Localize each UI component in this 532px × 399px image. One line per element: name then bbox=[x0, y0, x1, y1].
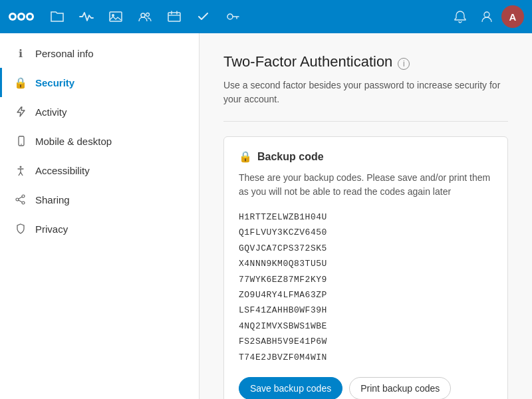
sidebar-item-label: Mobile & desktop bbox=[35, 136, 112, 147]
notifications-icon[interactable] bbox=[448, 5, 472, 29]
sidebar: ℹ Personal info 🔒 Security Activity Mobi… bbox=[0, 33, 200, 399]
lightning-icon bbox=[14, 105, 27, 118]
sidebar-item-privacy[interactable]: Privacy bbox=[0, 214, 199, 243]
files-icon[interactable] bbox=[45, 5, 69, 29]
svg-point-9 bbox=[146, 13, 150, 17]
sidebar-item-accessibility[interactable]: Accessibility bbox=[0, 156, 199, 185]
sidebar-item-label: Sharing bbox=[35, 194, 70, 205]
accessibility-icon bbox=[14, 164, 27, 177]
backup-codes-list: H1RTTZELWZB1H04U Q1FLVUY3KCZV6450 GQVJCA… bbox=[239, 209, 493, 365]
user-icon[interactable] bbox=[475, 5, 499, 29]
layout: ℹ Personal info 🔒 Security Activity Mobi… bbox=[0, 33, 532, 399]
backup-code-8: 4NQ2IMVXSBWS1WBE bbox=[239, 319, 493, 334]
backup-code-header: 🔒 Backup code bbox=[239, 150, 493, 163]
sidebar-item-label: Accessibility bbox=[35, 165, 90, 176]
backup-code-section: 🔒 Backup code These are your backup code… bbox=[223, 136, 508, 399]
lock-backup-icon: 🔒 bbox=[239, 150, 252, 163]
svg-point-17 bbox=[22, 201, 25, 204]
backup-code-title: Backup code bbox=[257, 151, 324, 163]
tfa-title: Two-Factor Authentication bbox=[223, 53, 392, 70]
backup-code-3: GQVJCA7CPS372SK5 bbox=[239, 241, 493, 256]
sidebar-item-activity[interactable]: Activity bbox=[0, 97, 199, 126]
sidebar-item-label: Personal info bbox=[35, 48, 94, 59]
svg-point-4 bbox=[19, 15, 23, 19]
tfa-header: Two-Factor Authentication i bbox=[223, 53, 508, 74]
backup-code-4: X4NNN9KM0Q83TU5U bbox=[239, 256, 493, 271]
svg-rect-10 bbox=[168, 13, 180, 21]
share-icon bbox=[14, 193, 27, 206]
logo[interactable] bbox=[8, 8, 35, 25]
topbar-right: A bbox=[448, 5, 524, 29]
avatar[interactable]: A bbox=[501, 5, 524, 28]
sidebar-item-label: Privacy bbox=[35, 223, 68, 235]
svg-point-5 bbox=[28, 15, 32, 19]
divider bbox=[223, 121, 508, 122]
print-backup-codes-button[interactable]: Print backup codes bbox=[349, 377, 451, 399]
mobile-icon bbox=[14, 134, 27, 148]
gallery-icon[interactable] bbox=[104, 5, 128, 29]
tasks-icon[interactable] bbox=[192, 5, 215, 29]
backup-code-warning: These are your backup codes. Please save… bbox=[239, 171, 493, 199]
backup-code-actions: Save backup codes Print backup codes bbox=[239, 377, 493, 399]
sidebar-item-sharing[interactable]: Sharing bbox=[0, 185, 199, 214]
sidebar-item-label: Security bbox=[35, 77, 74, 88]
backup-code-10: T74E2JBVZF0M4WIN bbox=[239, 350, 493, 365]
sidebar-item-security[interactable]: 🔒 Security bbox=[0, 68, 199, 97]
backup-code-6: ZO9U4RY4LFMA63ZP bbox=[239, 287, 493, 303]
contacts-icon[interactable] bbox=[133, 5, 157, 29]
svg-point-8 bbox=[141, 13, 145, 17]
calendar-icon[interactable] bbox=[162, 5, 186, 29]
info-icon: ℹ bbox=[14, 47, 27, 60]
svg-point-15 bbox=[20, 166, 22, 168]
backup-code-7: LSF41ZAHHB0WF39H bbox=[239, 303, 493, 318]
key-icon[interactable] bbox=[221, 5, 245, 29]
activity-icon[interactable] bbox=[74, 5, 98, 29]
topbar: A bbox=[0, 0, 532, 33]
privacy-icon bbox=[14, 222, 27, 235]
svg-point-18 bbox=[16, 198, 19, 201]
main-content: Two-Factor Authentication i Use a second… bbox=[200, 33, 532, 399]
backup-code-2: Q1FLVUY3KCZV6450 bbox=[239, 225, 493, 240]
svg-point-11 bbox=[227, 14, 233, 19]
svg-point-12 bbox=[484, 12, 489, 17]
svg-point-14 bbox=[21, 144, 22, 145]
backup-code-1: H1RTTZELWZB1H04U bbox=[239, 209, 493, 225]
sidebar-item-mobile-desktop[interactable]: Mobile & desktop bbox=[0, 126, 199, 156]
save-backup-codes-button[interactable]: Save backup codes bbox=[239, 377, 342, 399]
tfa-description: Use a second factor besides your passwor… bbox=[223, 78, 508, 106]
lock-icon: 🔒 bbox=[14, 76, 27, 89]
sidebar-item-personal-info[interactable]: ℹ Personal info bbox=[0, 39, 199, 68]
tfa-info-icon[interactable]: i bbox=[398, 58, 410, 70]
backup-code-5: 77WYK6EZ87MF2KY9 bbox=[239, 272, 493, 287]
svg-point-3 bbox=[11, 15, 15, 19]
sidebar-item-label: Activity bbox=[35, 106, 67, 118]
backup-code-9: FS2SABH5V9E41P6W bbox=[239, 334, 493, 349]
svg-point-16 bbox=[22, 195, 25, 198]
